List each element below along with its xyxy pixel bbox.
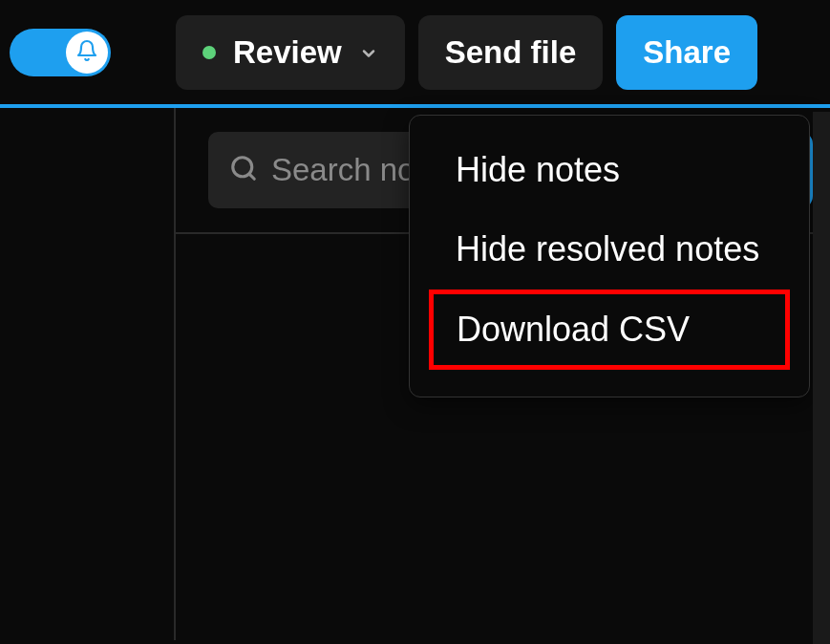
notification-toggle[interactable] (10, 29, 111, 76)
top-toolbar: Review Send file Share (0, 0, 830, 108)
svg-line-1 (249, 174, 254, 179)
more-options-menu: Hide notes Hide resolved notes Download … (409, 115, 810, 397)
menu-item-download-csv[interactable]: Download CSV (429, 290, 790, 371)
share-button[interactable]: Share (616, 15, 757, 90)
send-file-button[interactable]: Send file (418, 15, 604, 90)
search-icon (229, 154, 258, 186)
menu-item-hide-resolved[interactable]: Hide resolved notes (429, 210, 790, 290)
review-label: Review (233, 34, 342, 71)
scrollbar[interactable] (813, 112, 830, 644)
review-dropdown[interactable]: Review (176, 15, 405, 90)
chevron-down-icon (359, 34, 378, 71)
menu-item-hide-notes[interactable]: Hide notes (429, 131, 790, 210)
share-label: Share (643, 34, 731, 70)
bell-icon (75, 39, 98, 66)
status-dot-icon (202, 46, 216, 59)
notification-toggle-knob (66, 32, 108, 74)
left-panel (0, 108, 176, 640)
sendfile-label: Send file (445, 34, 577, 70)
